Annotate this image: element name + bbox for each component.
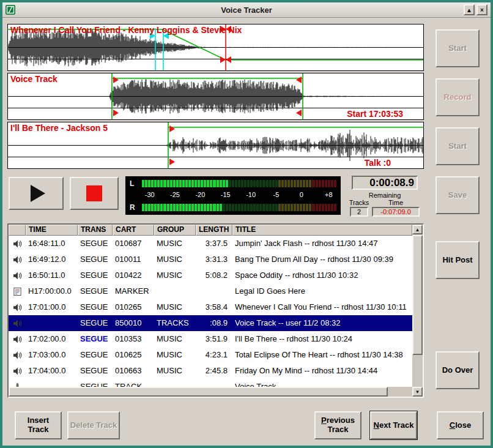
shade-button[interactable]: ▲ (464, 4, 475, 15)
cell-group: MUSIC (154, 347, 196, 363)
cell-title: Voice Track -- user 11/2 08:32 (232, 315, 412, 331)
cell-length: 3:51.9 (196, 331, 232, 347)
cell-group: MUSIC (154, 331, 196, 347)
column-header-title: TITLE (232, 225, 412, 236)
button-label: Insert Track (17, 416, 59, 435)
cell-trans: SEGUE (78, 267, 113, 283)
table-row[interactable]: 16:50:11.0SEGUE010422MUSIC5:08.2Space Od… (9, 267, 412, 283)
cell-cart: 010011 (113, 252, 154, 267)
hit-post-button[interactable]: Hit Post (436, 241, 480, 279)
marker-icon (9, 283, 26, 299)
cell-cart: 010687 (113, 236, 154, 252)
table-header: TIMETRANSCARTGROUPLENGTHTITLE (9, 225, 412, 236)
cell-title: Total Eclipse Of The Heart -- rdhost 11/… (232, 347, 412, 363)
cell-title: Legal ID Goes Here (232, 283, 412, 299)
cell-trans: SEGUE (78, 379, 113, 387)
remaining-tracks-value: 2 (350, 207, 368, 217)
meter-scale-label: -10 (246, 191, 256, 199)
button-label: Start (448, 43, 467, 53)
table-row[interactable]: 17:04:00.0SEGUE010663MUSIC2:45.8Friday O… (9, 363, 412, 379)
vertical-scrollbar[interactable]: ▲ ▼ (412, 225, 423, 397)
speaker-icon (9, 267, 26, 283)
stop-button[interactable] (70, 177, 119, 210)
track-title: Voice Track (10, 74, 57, 84)
start-button-1[interactable]: Start (436, 29, 480, 67)
meter-scale-label: -20 (195, 191, 205, 199)
cell-length: 4:23.1 (196, 347, 232, 363)
speaker-icon (9, 347, 26, 363)
cell-title: Friday On My Mind -- rdhost 11/30 14:44 (232, 363, 412, 379)
button-label: Record (444, 92, 472, 102)
remaining-label: Remaining (352, 192, 418, 199)
cell-time (26, 379, 78, 387)
cell-trans: SEGUE (78, 363, 113, 379)
column-header-group: GROUP (154, 225, 196, 236)
window-title: Voice Tracker (2, 6, 491, 15)
cell-time: 16:50:11.0 (26, 267, 78, 283)
waveform-panel-1[interactable]: Whenever I Call You Friend - Kenny Loggi… (7, 24, 424, 71)
scroll-down-button[interactable]: ▼ (412, 387, 423, 397)
delete-track-button[interactable]: Delete Track (67, 411, 120, 439)
cell-group: MUSIC (154, 267, 196, 283)
cell-cart: 010663 (113, 363, 154, 379)
table-row[interactable]: SEGUETRACKVoice Track (9, 379, 412, 387)
play-icon (31, 185, 45, 202)
cell-length: 5:08.2 (196, 267, 232, 283)
play-button[interactable] (9, 177, 64, 210)
close-button[interactable]: Close (437, 411, 484, 439)
dialog-content: Whenever I Call You Friend - Kenny Loggi… (2, 18, 491, 446)
next-track-button[interactable]: Next Track (370, 411, 417, 439)
start-button-2[interactable]: Start (436, 127, 480, 165)
column-header-icon (9, 225, 26, 236)
speaker-icon (9, 236, 26, 252)
cell-trans: SEGUE (78, 299, 113, 315)
previous-track-button[interactable]: Previous Track (314, 411, 361, 439)
cell-cart: 010265 (113, 299, 154, 315)
cell-group: MUSIC (154, 252, 196, 267)
waveform-panel-2[interactable]: Voice Track Start 17:03:53 (7, 73, 424, 120)
cell-trans: SEGUE (78, 315, 113, 331)
cell-trans: SEGUE (78, 331, 113, 347)
titlebar[interactable]: Voice Tracker ▲ × (2, 2, 491, 18)
table-row[interactable]: 17:02:00.0SEGUE010353MUSIC3:51.9I'll Be … (9, 331, 412, 347)
speaker-icon (9, 299, 26, 315)
cell-cart: MARKER (113, 283, 154, 299)
stop-icon (86, 185, 102, 201)
vertical-scroll-slider[interactable] (412, 235, 423, 355)
waveform-panel-3[interactable]: I'll Be There - Jackson 5 Talk :0 (7, 122, 424, 169)
table-row[interactable]: 17:03:00.0SEGUE010625MUSIC4:23.1Total Ec… (9, 347, 412, 363)
cell-trans: SEGUE (78, 347, 113, 363)
cell-group: MUSIC (154, 363, 196, 379)
cell-group (154, 379, 196, 387)
table-row[interactable]: 16:49:12.0SEGUE010011MUSIC3:31.3Bang The… (9, 252, 412, 267)
cell-group: MUSIC (154, 236, 196, 252)
meter-scale-label: -30 (145, 191, 155, 199)
horizontal-scroll-slider[interactable] (9, 387, 388, 397)
meter-scale-label: +8 (325, 191, 333, 199)
cell-time: 17:03:00.0 (26, 347, 78, 363)
cell-group: TRACKS (154, 315, 196, 331)
button-label: Save (448, 190, 467, 200)
cell-title: Whenever I Call You Friend -- rdhost 11/… (232, 299, 412, 315)
record-button[interactable]: Record (436, 78, 480, 116)
horizontal-scrollbar[interactable] (9, 387, 412, 397)
remaining-tracks-label: Tracks (349, 199, 369, 206)
cell-trans: SEGUE (78, 283, 113, 299)
button-label: Delete Track (70, 421, 117, 430)
mic-icon (9, 379, 26, 387)
cell-cart: 850010 (113, 315, 154, 331)
save-button[interactable]: Save (436, 176, 480, 214)
table-row[interactable]: SEGUE850010TRACKS:08.9Voice Track -- use… (9, 315, 412, 331)
insert-track-button[interactable]: Insert Track (15, 411, 62, 439)
close-window-button[interactable]: × (476, 4, 487, 15)
do-over-button[interactable]: Do Over (436, 351, 480, 389)
table-row[interactable]: 17:01:00.0SEGUE010265MUSIC3:58.4Whenever… (9, 299, 412, 315)
scroll-up-button[interactable]: ▲ (412, 225, 423, 234)
table-row[interactable]: H17:00:00.0SEGUEMARKERLegal ID Goes Here (9, 283, 412, 299)
meter-scale-label: -25 (170, 191, 180, 199)
column-header-time: TIME (26, 225, 78, 236)
cell-group: MUSIC (154, 299, 196, 315)
talk-time: Talk :0 (365, 158, 391, 168)
meter-scale-label: -15 (221, 191, 231, 199)
table-row[interactable]: 16:48:11.0SEGUE010687MUSIC3:37.5Jumpin' … (9, 236, 412, 252)
